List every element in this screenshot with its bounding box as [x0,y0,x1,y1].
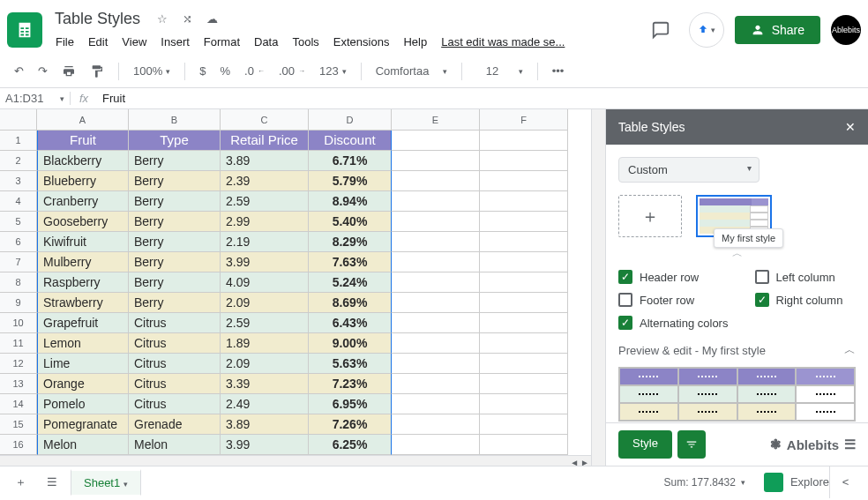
column-header[interactable]: A [37,109,129,131]
cell[interactable] [392,232,480,252]
cell[interactable]: 2.49 [221,394,309,414]
cell[interactable]: Discount [309,131,392,151]
cell[interactable] [392,414,480,435]
row-header[interactable]: 7 [0,252,37,272]
explore-button[interactable]: Explore [764,473,829,492]
cell[interactable] [480,171,568,191]
comments-icon[interactable] [643,12,678,48]
horizontal-scrollbar[interactable]: ◄► [0,455,591,466]
quicksum[interactable]: Sum: 177.8432▾ [655,472,755,493]
cell[interactable]: 5.24% [309,272,392,293]
cell[interactable] [480,232,568,252]
format-currency[interactable]: $ [194,61,211,81]
cell[interactable]: Lime [37,354,129,374]
move-icon[interactable]: ⤭ [179,11,195,27]
column-header[interactable]: C [221,109,309,131]
check-right-column[interactable]: ✓Right column [755,293,857,307]
name-box[interactable]: A1:D31▾ [0,92,71,105]
cell[interactable]: 4.09 [221,272,309,293]
cell[interactable]: 2.09 [221,354,309,374]
cloud-icon[interactable]: ☁ [204,11,220,27]
menu-view[interactable]: View [116,32,153,52]
check-left-column[interactable]: Left column [755,270,857,284]
check-alternating-colors[interactable]: ✓Alternating colors [618,316,856,330]
font-size-select[interactable]: 12 ▾ [471,61,528,81]
cell[interactable] [480,374,568,394]
cell[interactable] [480,414,568,435]
cell[interactable]: 8.94% [309,191,392,212]
cell[interactable] [392,171,480,191]
column-header[interactable]: F [480,109,568,131]
row-header[interactable]: 13 [0,374,37,394]
select-all-corner[interactable] [0,109,37,131]
cell[interactable]: Berry [129,151,221,171]
cell[interactable]: Berry [129,272,221,293]
row-header[interactable]: 2 [0,151,37,171]
cell[interactable]: Gooseberry [37,212,129,232]
add-template-button[interactable]: ＋ [618,195,682,237]
cell[interactable]: 7.63% [309,252,392,272]
cell[interactable] [480,435,568,455]
doc-title[interactable]: Table Styles [49,8,146,30]
template-thumbnail[interactable]: My first style [696,195,772,237]
cell[interactable] [392,354,480,374]
cell[interactable]: Raspberry [37,272,129,293]
sheets-logo[interactable] [7,12,42,48]
cell[interactable]: Fruit [37,131,129,151]
cell[interactable] [480,212,568,232]
cell[interactable]: Citrus [129,313,221,333]
cell[interactable] [480,354,568,374]
redo-icon[interactable]: ↷ [33,61,53,81]
row-header[interactable]: 1 [0,131,37,151]
column-header[interactable]: E [392,109,480,131]
menu-data[interactable]: Data [248,32,284,52]
cell[interactable]: Kiwifruit [37,232,129,252]
cell[interactable] [480,191,568,212]
cell[interactable]: Strawberry [37,293,129,313]
cell[interactable] [392,374,480,394]
cell[interactable] [392,435,480,455]
cell[interactable]: Blueberry [37,171,129,191]
font-select[interactable]: Comfortaa ▾ [370,61,453,81]
cell[interactable]: Orange [37,374,129,394]
sidebar-collapse-icon[interactable]: < [829,466,861,498]
row-header[interactable]: 12 [0,354,37,374]
avatar[interactable]: Ablebits [831,15,861,45]
cell[interactable]: Pomegranate [37,414,129,435]
cell[interactable] [480,151,568,171]
cell[interactable]: Lemon [37,333,129,354]
menu-tools[interactable]: Tools [286,32,325,52]
cell[interactable] [392,252,480,272]
sheet-tab[interactable]: Sheet1 ▾ [71,469,141,496]
cell[interactable]: 6.43% [309,313,392,333]
cell[interactable]: Berry [129,171,221,191]
vertical-scrollbar[interactable] [591,109,605,466]
cell[interactable]: Type [129,131,221,151]
cell[interactable]: 7.26% [309,414,392,435]
cell[interactable]: 5.63% [309,354,392,374]
cell[interactable]: Citrus [129,374,221,394]
cell[interactable]: 6.25% [309,435,392,455]
format-percent[interactable]: % [214,61,236,81]
decrease-decimal-icon[interactable]: .0← [239,61,270,81]
print-icon[interactable] [56,61,81,82]
cell[interactable] [480,131,568,151]
row-header[interactable]: 9 [0,293,37,313]
collapse-preview-icon[interactable]: ︿ [844,342,856,358]
filter-icon[interactable] [677,430,706,459]
menu-extensions[interactable]: Extensions [327,32,396,52]
column-header[interactable]: D [309,109,392,131]
paint-format-icon[interactable] [85,61,109,82]
cell[interactable]: Cranberry [37,191,129,212]
cell[interactable]: 5.79% [309,171,392,191]
cell[interactable]: 9.00% [309,333,392,354]
cell[interactable] [392,333,480,354]
toolbar-more-icon[interactable]: ••• [547,61,570,81]
close-icon[interactable]: ✕ [845,120,856,134]
undo-icon[interactable]: ↶ [9,61,29,81]
cell[interactable]: Grenade [129,414,221,435]
cell[interactable]: 3.89 [221,151,309,171]
cell[interactable] [480,272,568,293]
menu-format[interactable]: Format [198,32,246,52]
cell[interactable]: 7.23% [309,374,392,394]
